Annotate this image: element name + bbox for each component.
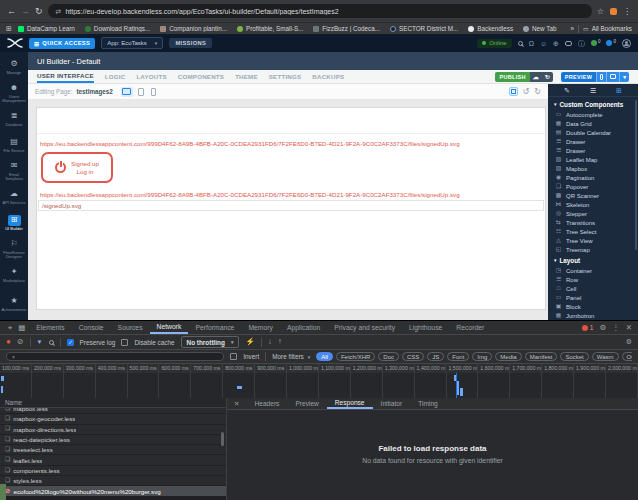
filter-chip[interactable]: Manifest bbox=[525, 352, 558, 361]
component-item[interactable]: ☰ Drawer bbox=[548, 137, 638, 146]
record-icon[interactable]: ● bbox=[6, 338, 11, 346]
component-item[interactable]: △ Tree View bbox=[548, 236, 638, 245]
builder-tab[interactable]: LOGIC bbox=[105, 70, 126, 83]
image-url-text-1[interactable]: https://eu.backendlessappcontent.com/999… bbox=[40, 140, 545, 147]
throttling-select[interactable]: No throttling ▾ bbox=[181, 336, 240, 348]
builder-tab[interactable]: BACKUPS bbox=[312, 70, 344, 83]
more-filters-button[interactable]: More filters ▾ bbox=[272, 353, 310, 360]
preserve-log-checkbox[interactable] bbox=[67, 339, 74, 346]
component-item[interactable]: ◉ Pagination bbox=[548, 173, 638, 182]
page-canvas[interactable]: https://eu.backendlessappcontent.com/999… bbox=[36, 107, 546, 310]
custom-components-section-header[interactable]: ▾ Custom Components bbox=[548, 98, 638, 110]
sidebar-item[interactable]: ✉ Email Templates bbox=[0, 158, 28, 184]
request-row[interactable]: ❏ react-datepicker.less bbox=[0, 435, 226, 445]
builder-tab[interactable]: THEME bbox=[235, 70, 258, 83]
missions-button[interactable]: MISSIONS bbox=[169, 38, 212, 48]
component-item[interactable]: ◎ Stepper bbox=[548, 209, 638, 218]
request-row[interactable]: ❏ styles.less bbox=[0, 476, 226, 486]
filter-input[interactable]: ▼ bbox=[6, 352, 224, 361]
publish-cloud-icon[interactable]: ☁ bbox=[530, 72, 542, 82]
devtools-tab[interactable]: Network bbox=[150, 321, 189, 334]
sidebar-item[interactable]: ⚐ FlowRunner Designer bbox=[0, 236, 28, 262]
filter-chip[interactable]: Doc bbox=[378, 352, 399, 361]
preview-desktop-icon[interactable] bbox=[606, 72, 619, 82]
devtools-tab[interactable]: Sources bbox=[111, 321, 150, 334]
detail-tab[interactable]: Headers bbox=[246, 398, 287, 409]
panel-scroll[interactable]: ▾ Custom Components ▭ Autocomplete bbox=[548, 97, 638, 320]
bookmark-item[interactable]: Companion plantin... bbox=[160, 25, 227, 32]
avatar[interactable] bbox=[622, 39, 631, 48]
devtools-tab[interactable]: Elements bbox=[29, 321, 71, 334]
devtools-tab[interactable]: Performance bbox=[188, 321, 241, 334]
devtools-menu-icon[interactable]: ⋮ bbox=[612, 324, 620, 332]
app-selector[interactable]: App: EcoTasks ▾ bbox=[101, 37, 163, 49]
list-view-icon[interactable]: ☰ bbox=[590, 87, 596, 94]
redo-icon[interactable]: ↻ bbox=[534, 88, 541, 96]
request-row[interactable]: ❏ treeselect.less bbox=[0, 445, 226, 455]
bookmark-item[interactable]: Download Ratings... bbox=[85, 25, 150, 32]
component-item[interactable]: ▣ Block bbox=[548, 302, 638, 311]
devtools-tab[interactable]: Application bbox=[280, 321, 327, 334]
filter-chip[interactable]: CSS bbox=[402, 352, 424, 361]
devtools-tab[interactable]: Privacy and security bbox=[327, 321, 402, 334]
info-icon[interactable]: ⓘ bbox=[578, 40, 585, 47]
component-item[interactable]: ⇆ Transitions bbox=[548, 218, 638, 227]
chat-icon[interactable] bbox=[565, 41, 572, 46]
theme-brush-icon[interactable]: ✎ bbox=[564, 87, 570, 94]
component-item[interactable]: ▭ Autocomplete bbox=[548, 110, 638, 119]
error-count-badge[interactable]: 1 bbox=[582, 324, 594, 331]
detail-tab[interactable]: Preview bbox=[287, 398, 326, 409]
notifications-icon[interactable]: Ω bbox=[529, 40, 534, 47]
language-icon[interactable]: ⊕ bbox=[553, 40, 559, 47]
bookmark-item[interactable]: Backendless bbox=[468, 25, 513, 32]
bookmarks-overflow-icon[interactable]: » bbox=[570, 25, 574, 32]
filter-icon[interactable]: ▼ bbox=[37, 339, 43, 345]
component-item[interactable]: ▦ Data Grid bbox=[548, 119, 638, 128]
detail-tab[interactable]: Timing bbox=[410, 398, 446, 409]
network-settings-icon[interactable]: ⚙ bbox=[626, 338, 632, 346]
backendless-logo[interactable] bbox=[7, 38, 23, 48]
bookmark-item[interactable]: New Tab bbox=[523, 25, 556, 32]
requests-name-header[interactable]: Name bbox=[0, 398, 226, 408]
site-settings-icon[interactable]: ⇄ bbox=[56, 8, 62, 15]
filter-chip[interactable]: Wasm bbox=[592, 352, 619, 361]
search-network-icon[interactable] bbox=[49, 340, 54, 345]
component-item[interactable]: ☰ Drawer bbox=[548, 146, 638, 155]
file-path-block[interactable]: /signedUp.svg bbox=[38, 200, 544, 211]
component-item[interactable]: ◳ Container bbox=[548, 266, 638, 275]
detail-tab[interactable]: Initiator bbox=[373, 398, 411, 409]
bookmark-item[interactable]: DataCamp Learn bbox=[18, 25, 75, 32]
detail-tab[interactable]: Response bbox=[327, 398, 373, 409]
bookmark-item[interactable]: SECTOR District M... bbox=[390, 25, 458, 32]
network-conditions-icon[interactable]: ⚡ bbox=[245, 338, 254, 346]
component-item[interactable]: ▤ Double Calendar bbox=[548, 128, 638, 137]
sidebar-item[interactable]: ▤ File Service bbox=[0, 132, 28, 158]
bookmark-item[interactable]: FizzBuzz | Codeca... bbox=[313, 25, 380, 32]
invert-checkbox[interactable] bbox=[230, 353, 237, 360]
devtools-settings-icon[interactable]: ⚙ bbox=[599, 324, 606, 332]
filter-chip[interactable]: Font bbox=[447, 352, 469, 361]
image-url-text-2[interactable]: https://eu.backendlessappcontent.com/999… bbox=[40, 191, 545, 198]
bookmark-item[interactable]: Profitable, Small-S... bbox=[237, 25, 303, 32]
all-bookmarks-button[interactable]: ▭ All Bookmarks bbox=[583, 25, 632, 32]
request-row[interactable]: ❏ components.less bbox=[0, 466, 226, 476]
layout-section-header[interactable]: ▾ Layout bbox=[548, 254, 638, 266]
sidebar-item[interactable]: ⊞ UI Builder bbox=[0, 210, 28, 236]
component-item[interactable]: ◱ Treemap bbox=[548, 245, 638, 254]
publish-history-icon[interactable]: ↻ bbox=[542, 72, 553, 82]
builder-tab[interactable]: COMPONENTS bbox=[178, 70, 224, 83]
support-icon[interactable]: ☺ bbox=[540, 40, 547, 47]
preview-phone-icon[interactable] bbox=[596, 72, 606, 82]
signup-login-button[interactable]: Signed up Log in bbox=[41, 152, 113, 183]
phone-viewport-button[interactable] bbox=[150, 86, 158, 97]
builder-tab[interactable]: USER INTERFACE bbox=[37, 70, 94, 83]
filter-chip[interactable]: Socket bbox=[560, 352, 588, 361]
disable-cache-checkbox[interactable] bbox=[121, 339, 128, 346]
component-item[interactable]: ▧ Leaflet Map bbox=[548, 155, 638, 164]
filter-chip[interactable]: Img bbox=[472, 352, 492, 361]
export-har-icon[interactable]: ↑ bbox=[278, 338, 282, 346]
page-header-block[interactable] bbox=[37, 108, 545, 134]
sidebar-item[interactable]: ✦ Marketplace bbox=[0, 262, 28, 288]
filter-chip[interactable]: Media bbox=[495, 352, 521, 361]
timeline-overview[interactable] bbox=[0, 373, 638, 398]
